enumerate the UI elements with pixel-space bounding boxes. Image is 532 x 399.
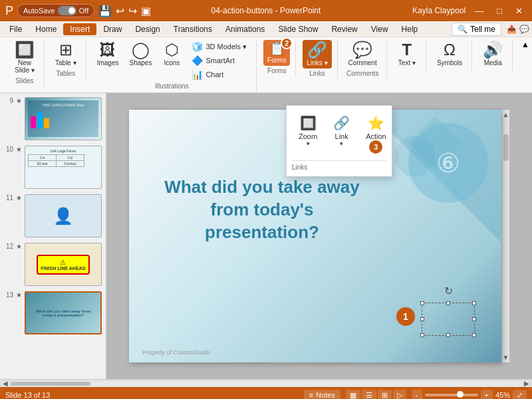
- icons-button[interactable]: ⬡ Icons: [158, 40, 185, 68]
- zoom-out-button[interactable]: -: [412, 390, 422, 399]
- present-icon[interactable]: ▣: [141, 5, 151, 17]
- notes-icon: ≡: [309, 391, 313, 399]
- action-badge-3: 3: [369, 140, 382, 154]
- slide-item-11[interactable]: 11 ★ 👤: [3, 193, 103, 239]
- zoom-slider-thumb[interactable]: [457, 391, 464, 398]
- hscroll-right[interactable]: ▶: [521, 380, 532, 387]
- ribbon: 🔲 NewSlide ▾ Slides ⊞ Table ▾ Tables 🖼 I…: [0, 37, 532, 93]
- notes-button[interactable]: ≡ Notes: [304, 390, 340, 399]
- hscroll-left[interactable]: ◀: [0, 380, 11, 387]
- handle-bottom-left[interactable]: [420, 333, 424, 337]
- media-button[interactable]: 🔊 Media: [479, 40, 507, 68]
- ribbon-collapse-btn[interactable]: ▲: [521, 40, 529, 49]
- menu-design[interactable]: Design: [128, 23, 166, 35]
- view-outline-button[interactable]: ☰: [362, 390, 376, 400]
- zoom-in-button[interactable]: +: [481, 390, 493, 399]
- link-icon: 🔗: [333, 115, 350, 131]
- handle-bottom-mid[interactable]: [446, 333, 450, 337]
- share-icon[interactable]: 📤: [507, 25, 517, 34]
- menu-help[interactable]: Help: [395, 23, 425, 35]
- forms-button[interactable]: 📋 Forms 2: [263, 40, 290, 66]
- menu-animations[interactable]: Animations: [219, 23, 271, 35]
- slide-item-9[interactable]: 9 ★ THAT LIVING FORMS Short: [3, 96, 103, 142]
- scroll-down-arrow[interactable]: ▼: [501, 352, 511, 362]
- zoom-button[interactable]: 🔲 Zoom ▾: [292, 111, 324, 158]
- view-sorter-button[interactable]: ⊞: [378, 390, 392, 400]
- smartart-button[interactable]: 🔷 SmartArt: [188, 54, 251, 67]
- links-label: Links ▾: [307, 59, 327, 66]
- icons-icon: ⬡: [165, 42, 179, 58]
- handle-mid-right[interactable]: [472, 317, 476, 321]
- hscroll-thumb[interactable]: [11, 382, 90, 386]
- ribbon-group-comments: 💬 Comment Comments: [339, 40, 387, 80]
- autosave-badge[interactable]: AutoSave Off: [17, 4, 94, 17]
- 3d-models-button[interactable]: 🧊 3D Models ▾: [188, 40, 251, 53]
- images-button[interactable]: 🖼 Images: [93, 40, 123, 68]
- links-dropdown-row: 🔲 Zoom ▾ 🔗 Link ▾ ⭐ Action 3: [292, 111, 386, 158]
- comment-button[interactable]: 💬 Comment: [344, 40, 381, 68]
- scroll-up-arrow[interactable]: ▲: [501, 110, 511, 120]
- slide-thumb-10[interactable]: Link Large Forms Col Col 3D text 3 Inche…: [25, 146, 102, 189]
- chart-icon: 📊: [192, 69, 203, 80]
- new-slide-button[interactable]: 🔲 NewSlide ▾: [11, 40, 39, 76]
- symbols-button[interactable]: Ω Symbols: [433, 40, 466, 68]
- zoom-label: Zoom: [299, 132, 317, 140]
- action-button[interactable]: ⭐ Action 3: [359, 111, 393, 158]
- menu-insert[interactable]: Insert: [63, 23, 96, 35]
- slide-thumb-11[interactable]: 👤: [25, 194, 102, 237]
- slide-panel[interactable]: 9 ★ THAT LIVING FORMS Short 10: [0, 93, 106, 379]
- text-icon: T: [402, 42, 412, 58]
- panel-scrollbar-horizontal[interactable]: ◀ ▶: [0, 379, 532, 387]
- menu-transitions[interactable]: Transitions: [167, 23, 219, 35]
- comment-label: Comment: [348, 59, 377, 66]
- shapes-button[interactable]: ◯ Shapes: [126, 40, 156, 68]
- view-reading-button[interactable]: ▷: [393, 390, 406, 400]
- maximize-button[interactable]: □: [493, 6, 506, 16]
- menu-view[interactable]: View: [364, 23, 395, 35]
- slide-thumb-12[interactable]: ⚠ FINISH LINE AHEAD: [25, 243, 102, 286]
- link-label: Link: [335, 132, 348, 140]
- slide-selection-box[interactable]: [422, 303, 475, 336]
- slide-thumb-13[interactable]: What did you take away from today's pres…: [25, 291, 102, 334]
- scroll-thumb[interactable]: [503, 134, 509, 161]
- fit-button[interactable]: ⤢: [513, 390, 527, 400]
- links-group-label: Links: [309, 70, 325, 77]
- zoom-level: 45%: [495, 391, 510, 399]
- view-normal-button[interactable]: ▦: [346, 390, 360, 400]
- menu-file[interactable]: File: [3, 23, 29, 35]
- slide-item-13[interactable]: 13 ★ What did you take away from today's…: [3, 290, 103, 336]
- redo-icon[interactable]: ↪: [128, 5, 137, 17]
- slide-item-10[interactable]: 10 ★ Link Large Forms Col Col 3D text: [3, 144, 103, 190]
- undo-icon[interactable]: ↩: [116, 5, 124, 17]
- handle-top-left[interactable]: [420, 301, 424, 305]
- tell-me-bar[interactable]: 🔍 Tell me: [452, 23, 501, 36]
- main-content: 9 ★ THAT LIVING FORMS Short 10: [0, 93, 532, 379]
- table-button[interactable]: ⊞ Table ▾: [51, 40, 80, 68]
- zoom-slider[interactable]: [425, 394, 478, 396]
- comments-group-label: Comments: [346, 70, 378, 77]
- close-button[interactable]: ✕: [511, 6, 527, 16]
- handle-top-right[interactable]: [472, 301, 476, 305]
- comments-icon[interactable]: 💬: [519, 25, 529, 34]
- chart-button[interactable]: 📊 Chart: [188, 68, 251, 81]
- autosave-toggle[interactable]: [58, 6, 76, 15]
- menu-review[interactable]: Review: [325, 23, 364, 35]
- handle-bottom-right[interactable]: [472, 333, 476, 337]
- save-icon[interactable]: 💾: [98, 5, 112, 17]
- menu-slide-show[interactable]: Slide Show: [271, 23, 325, 35]
- menu-home[interactable]: Home: [29, 23, 63, 35]
- slide-thumb-9[interactable]: THAT LIVING FORMS Short: [25, 97, 102, 140]
- text-button[interactable]: T Text ▾: [394, 40, 420, 68]
- canvas-scrollbar-vertical[interactable]: ▲ ▼: [501, 110, 509, 362]
- menu-draw[interactable]: Draw: [96, 23, 128, 35]
- link-button[interactable]: 🔗 Link ▾: [327, 111, 356, 158]
- links-button[interactable]: 🔗 Links ▾: [303, 40, 331, 68]
- handle-mid-left[interactable]: [420, 317, 424, 321]
- handle-top-mid[interactable]: [446, 301, 450, 305]
- slide-item-12[interactable]: 12 ★ ⚠ FINISH LINE AHEAD: [3, 241, 103, 287]
- minimize-button[interactable]: —: [471, 6, 487, 16]
- new-slide-label: NewSlide ▾: [15, 59, 35, 74]
- rotate-handle[interactable]: ↻: [444, 285, 453, 297]
- media-icon: 🔊: [483, 42, 503, 58]
- table-icon: ⊞: [59, 42, 72, 58]
